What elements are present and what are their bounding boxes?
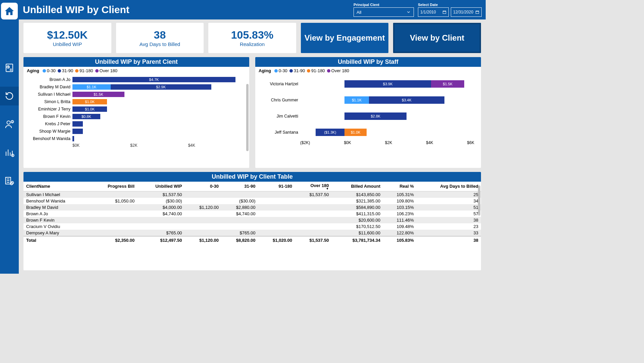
table-total-cell: $12,497.50 bbox=[137, 236, 184, 244]
chart-bar-row: Simon L Britta$1.0K bbox=[27, 98, 246, 105]
principal-filter-select[interactable]: All bbox=[354, 7, 414, 17]
table-cell: $4,740.00 bbox=[137, 211, 184, 217]
chart-bar-segment[interactable]: $1.0K bbox=[72, 99, 107, 104]
chart-category-label: Jeff Santana bbox=[259, 130, 298, 135]
table-cell: 34 bbox=[417, 198, 481, 204]
nav-user-money-icon[interactable]: $ bbox=[0, 115, 19, 134]
table-cell: 51 bbox=[417, 204, 481, 211]
chart-category-label: Jim Calvetti bbox=[259, 114, 298, 119]
wip-table[interactable]: ClientNameProgress BillUnbilled WIP0-303… bbox=[23, 182, 481, 244]
table-cell: $170,512.50 bbox=[331, 223, 383, 230]
table-cell bbox=[295, 198, 331, 204]
chart-bar-segment[interactable]: $0.8K bbox=[72, 114, 100, 119]
chart-bar-segment[interactable] bbox=[72, 121, 83, 127]
chart-staff-body[interactable]: Victoria Hartzel$3.9K$1.5KChris Gummer$1… bbox=[255, 75, 481, 168]
table-row[interactable]: Benshoof M Wanida$1,050.00($30.00)($30.0… bbox=[23, 198, 481, 204]
table-cell: Brown A Jo bbox=[23, 211, 90, 217]
table-header-cell[interactable]: Progress Bill bbox=[90, 182, 138, 191]
table-row[interactable]: Cracium V Ovidiu$170,512.50109.48%23 bbox=[23, 223, 481, 230]
chart-category-label: Krebs J Peter bbox=[27, 122, 70, 126]
svg-text:$: $ bbox=[12, 121, 13, 123]
table-header-cell[interactable]: 91-180 bbox=[258, 182, 295, 191]
chart-bar-segment[interactable]: $1.0K bbox=[72, 106, 107, 112]
table-cell bbox=[90, 204, 138, 211]
chart-bar-segment[interactable]: $1.0K bbox=[344, 129, 367, 136]
kpi-unbilled-wip: $12.50K Unbilled WIP bbox=[23, 23, 111, 53]
table-cell bbox=[90, 223, 138, 230]
chart-bar-segment[interactable]: $2.8K bbox=[344, 112, 407, 120]
table-cell: 111.46% bbox=[383, 217, 417, 223]
view-by-engagement-button[interactable]: View by Engagement bbox=[301, 23, 389, 53]
table-row[interactable]: Sullivan I Michael$1,537.50$1,537.50$143… bbox=[23, 191, 481, 198]
table-cell bbox=[295, 217, 331, 223]
chart-bar-segment[interactable]: $1.5K bbox=[72, 92, 124, 97]
table-cell bbox=[90, 230, 138, 236]
axis-tick: $2K bbox=[385, 140, 392, 145]
table-cell: $1,537.50 bbox=[295, 191, 331, 198]
kpi-avg-days: 38 Avg Days to Billed bbox=[116, 23, 204, 53]
table-row[interactable]: Dempsey A Mary$765.00$765.00$11,600.0012… bbox=[23, 230, 481, 236]
axis-tick: $2K bbox=[130, 143, 188, 148]
table-cell: $4,000.00 bbox=[137, 204, 184, 211]
chart-bar-segment[interactable]: $4.7K bbox=[72, 77, 235, 82]
table-cell: Sullivan I Michael bbox=[23, 191, 90, 198]
chart-staff-panel: Unbilled WIP by Staff Aging 0-30 31-90 9… bbox=[255, 57, 481, 168]
nav-refresh-icon[interactable] bbox=[0, 87, 19, 105]
chart-staff-title: Unbilled WIP by Staff bbox=[255, 57, 481, 67]
table-cell: $20,600.00 bbox=[331, 217, 383, 223]
chart-parent-title: Unbilled WIP by Parent Cient bbox=[23, 57, 249, 67]
table-cell: 33 bbox=[417, 230, 481, 236]
chart-bar-row: Victoria Hartzel$3.9K$1.5K bbox=[259, 76, 478, 92]
table-row[interactable]: Bradley M David$4,000.00$1,120.00$2,880.… bbox=[23, 204, 481, 211]
table-cell: ($30.00) bbox=[137, 198, 184, 204]
chart-bar-segment[interactable]: $1.1K bbox=[72, 84, 111, 90]
chart-bar-segment[interactable]: $3.4K bbox=[369, 96, 444, 104]
table-total-cell: $1,020.00 bbox=[258, 236, 295, 244]
table-cell: $765.00 bbox=[221, 230, 258, 236]
table-cell: 109.80% bbox=[383, 198, 417, 204]
chart-category-label: Shoop W Margie bbox=[27, 129, 70, 134]
table-cell: $411,315.00 bbox=[331, 211, 383, 217]
table-cell: $584,890.00 bbox=[331, 204, 383, 211]
axis-tick: $4K bbox=[426, 140, 433, 145]
table-cell: 122.80% bbox=[383, 230, 417, 236]
home-button[interactable] bbox=[1, 3, 18, 19]
date-from-input[interactable]: 1/1/2010 bbox=[418, 7, 449, 17]
nav-chart-icon[interactable]: $ bbox=[0, 143, 19, 162]
home-icon bbox=[4, 6, 15, 16]
view-by-client-button[interactable]: View by Client bbox=[393, 23, 481, 53]
table-header-cell[interactable]: Unbilled WIP bbox=[137, 182, 184, 191]
table-header-cell[interactable]: Real % bbox=[383, 182, 417, 191]
table-total-cell: $8,820.00 bbox=[221, 236, 258, 244]
chart-bar-segment[interactable]: ($1.3K) bbox=[316, 129, 344, 136]
table-header-cell[interactable]: 0-30 bbox=[185, 182, 221, 191]
table-header-cell[interactable]: Over 180▼ bbox=[295, 182, 331, 191]
chart-bar-segment[interactable] bbox=[72, 129, 83, 134]
table-scrollbar[interactable] bbox=[478, 185, 480, 216]
chart-parent-scrollbar[interactable] bbox=[246, 84, 249, 151]
chart-bar-segment[interactable]: $1.5K bbox=[431, 80, 464, 88]
table-header-cell[interactable]: Avg Days to Billed bbox=[417, 182, 481, 191]
chart-bar-segment[interactable]: $2.9K bbox=[111, 84, 211, 90]
chart-bar-segment[interactable]: $3.9K bbox=[344, 80, 431, 88]
table-cell bbox=[258, 230, 295, 236]
svg-text:$: $ bbox=[12, 154, 13, 156]
chart-bar-segment[interactable] bbox=[72, 136, 74, 141]
table-header-cell[interactable]: 31-90 bbox=[221, 182, 258, 191]
nav-ledger-icon[interactable] bbox=[0, 171, 19, 190]
table-cell: $2,880.00 bbox=[221, 204, 258, 211]
table-row[interactable]: Brown A Jo$4,740.00$4,740.00$411,315.001… bbox=[23, 211, 481, 217]
table-cell: $765.00 bbox=[137, 230, 184, 236]
table-cell: 57 bbox=[417, 211, 481, 217]
table-header-cell[interactable]: Billed Amount bbox=[331, 182, 383, 191]
table-cell: 23 bbox=[417, 223, 481, 230]
table-header-cell[interactable]: ClientName bbox=[23, 182, 90, 191]
chart-bar-segment[interactable]: $1.1K bbox=[344, 96, 369, 104]
table-row[interactable]: Brown F Kevin$20,600.00111.46%38 bbox=[23, 217, 481, 223]
date-to-input[interactable]: 12/31/2020 bbox=[451, 7, 482, 17]
nav-report-icon[interactable] bbox=[0, 58, 19, 77]
chart-bar-row: Chris Gummer$1.1K$3.4K bbox=[259, 92, 478, 108]
table-title: Unbilled WIP by Client Table bbox=[23, 172, 481, 182]
chart-parent-body[interactable]: Brown A Jo$4.7KBradley M David$1.1K$2.9K… bbox=[23, 75, 249, 168]
page-title: Unbilled WIP by Client bbox=[23, 4, 350, 15]
